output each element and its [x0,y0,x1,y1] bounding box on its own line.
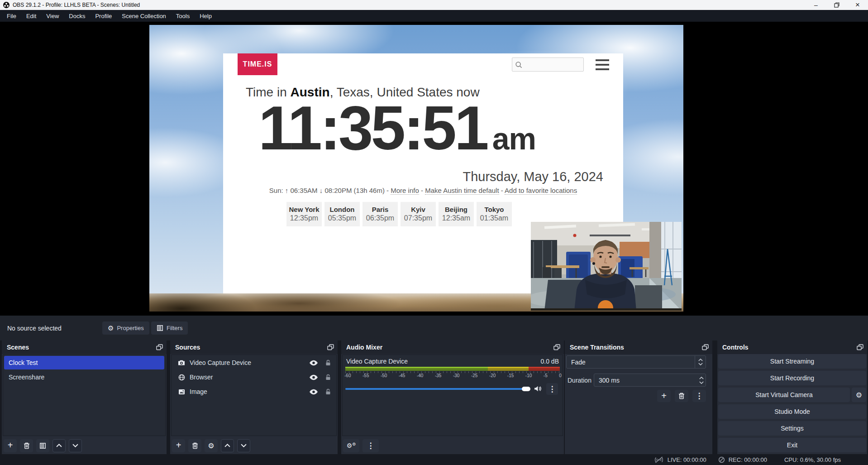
move-scene-up-button[interactable] [52,439,66,452]
popout-icon[interactable] [702,344,709,350]
camera-icon [177,360,186,366]
menu-profile[interactable]: Profile [90,10,117,22]
source-item-image[interactable]: Image [172,385,335,398]
scenes-header[interactable]: Scenes [2,340,167,354]
scene-item-screenshare[interactable]: Screenshare [4,370,164,384]
add-scene-button[interactable]: + [4,439,17,452]
source-status-text: No source selected [7,325,62,332]
sources-toolbar: + ⚙ [172,439,250,452]
start-streaming-button[interactable]: Start Streaming [718,354,866,369]
transition-select[interactable]: Fade [566,355,706,369]
scene-filters-button[interactable] [36,439,49,452]
menu-tools[interactable]: Tools [171,10,195,22]
favorite-locations-link: Add to favorite locations [505,187,577,195]
close-button[interactable]: × [847,0,868,10]
menu-view[interactable]: View [41,10,64,22]
controls-dock: Controls Start Streaming Start Recording… [717,340,867,454]
world-clock-tile: Tokyo01:35am [477,202,512,226]
mixer-channel-menu-button[interactable]: ⋮ [546,383,558,395]
popout-icon[interactable] [553,344,560,350]
dock-row: Scenes Clock Test Screenshare + [0,340,868,454]
combo-arrows-icon[interactable] [695,356,706,368]
rec-timer: REC: 00:00:00 [729,456,767,463]
stream-status-icon [654,456,664,463]
settings-button[interactable]: Settings [718,421,866,436]
hamburger-menu-icon [596,59,609,70]
volume-slider-handle[interactable] [522,387,530,391]
move-source-down-button[interactable] [237,439,250,452]
minimize-button[interactable]: – [806,0,826,10]
lock-icon[interactable] [325,360,331,366]
webcam-scene [531,222,682,311]
remove-transition-button[interactable] [675,390,688,402]
sources-dock: Sources Video Capture Device [170,340,338,454]
world-clock-tile: Paris06:35pm [362,202,398,226]
popout-icon[interactable] [327,344,334,350]
virtual-camera-settings-button[interactable]: ⚙ [852,388,866,402]
more-info-link: More info [391,187,419,195]
live-timer: LIVE: 00:00:00 [668,456,706,463]
scenes-toolbar: + [4,439,82,452]
image-icon [177,389,186,395]
transitions-header[interactable]: Scene Transitions [565,340,712,354]
mixer-level-db: 0.0 dB [541,358,559,365]
restore-button[interactable] [826,0,847,10]
add-source-button[interactable]: + [172,439,185,452]
audio-mixer-dock: Audio Mixer Video Capture Device 0.0 dB … [341,340,564,454]
start-virtual-camera-button[interactable]: Start Virtual Camera [718,388,850,402]
clock-ampm: am [492,121,536,156]
scenes-dock: Scenes Clock Test Screenshare + [2,340,167,454]
cpu-fps-stats: CPU: 0.6%, 30.00 fps [784,456,841,463]
lock-icon[interactable] [325,374,331,380]
world-clock-tile: New York12:35pm [286,202,322,226]
source-item-browser[interactable]: Browser [172,370,335,384]
current-date: Thursday, May 16, 2024 [463,169,603,184]
move-source-up-button[interactable] [221,439,234,452]
exit-button[interactable]: Exit [718,438,866,452]
filters-button[interactable]: Filters [151,321,188,335]
move-scene-down-button[interactable] [69,439,82,452]
visibility-eye-icon[interactable] [309,360,318,366]
duration-input[interactable]: 300 ms [594,374,706,387]
obs-window: OBS 29.1.2 - Profile: LLHLS BETA - Scene… [0,0,868,465]
remove-source-button[interactable] [188,439,201,452]
sources-header[interactable]: Sources [170,340,338,354]
menu-docks[interactable]: Docks [64,10,90,22]
studio-mode-button[interactable]: Studio Mode [718,404,866,419]
mixer-channel: Video Capture Device 0.0 dB -60-55-50-45… [342,355,563,436]
source-context-toolbar: No source selected ⚙ Properties Filters [0,316,868,340]
menu-edit[interactable]: Edit [21,10,41,22]
world-clocks: New York12:35pm London05:35pm Paris06:35… [286,202,512,226]
scene-item-clock-test[interactable]: Clock Test [4,356,164,369]
menu-scene-collection[interactable]: Scene Collection [117,10,171,22]
speaker-icon[interactable] [534,385,542,392]
controls-header[interactable]: Controls [717,340,867,354]
lock-icon[interactable] [325,388,331,395]
spinner-arrows-icon[interactable] [699,374,704,386]
visibility-eye-icon[interactable] [309,374,318,380]
source-item-video-capture[interactable]: Video Capture Device [172,356,335,369]
source-properties-button[interactable]: ⚙ [205,439,218,452]
sources-list: Video Capture Device Browser [171,355,337,436]
status-bar: LIVE: 00:00:00 REC: 00:00:00 CPU: 0.6%, … [0,454,868,465]
popout-icon[interactable] [156,344,163,350]
scene-transitions-dock: Scene Transitions Fade Duration 300 ms [565,340,712,454]
search-input [522,61,577,68]
menu-file[interactable]: File [2,10,21,22]
visibility-eye-icon[interactable] [309,389,318,395]
menu-help[interactable]: Help [195,10,217,22]
advanced-audio-button[interactable]: ⚙⚙ [343,439,359,452]
properties-button[interactable]: ⚙ Properties [102,321,149,335]
record-status-icon [718,456,725,463]
search-icon [515,61,522,68]
start-recording-button[interactable]: Start Recording [718,371,866,385]
make-default-link: Make Austin time default [425,187,499,195]
preview-canvas[interactable]: TIME.IS Time in Austin, Texas, United St… [149,25,683,312]
timeis-logo: TIME.IS [238,53,277,75]
mixer-menu-button[interactable]: ⋮ [362,439,379,452]
audio-mixer-header[interactable]: Audio Mixer [341,340,564,354]
popout-icon[interactable] [857,344,863,350]
transition-menu-button[interactable]: ⋮ [692,390,706,402]
remove-scene-button[interactable] [20,439,33,452]
add-transition-button[interactable]: + [657,390,671,402]
